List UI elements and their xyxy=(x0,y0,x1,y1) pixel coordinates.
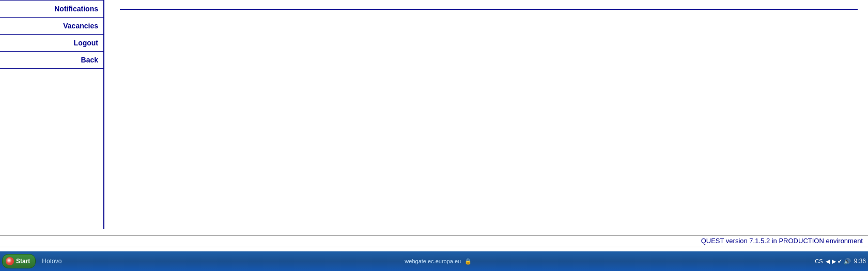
start-orb xyxy=(6,257,14,265)
nav-item-back[interactable]: Back xyxy=(0,52,103,69)
version-line: QUEST version 7.1.5.2 in PRODUCTION envi… xyxy=(0,235,868,246)
webgate-text: webgate.ec.europa.eu xyxy=(405,258,461,264)
tray-icons: ◀ ▶ ✔ 🔊 xyxy=(826,258,850,265)
taskbar-time: 9:36 xyxy=(854,258,866,265)
page-wrapper: NotificationsVacanciesLogoutBack QUEST v… xyxy=(0,0,868,271)
nav-item-logout[interactable]: Logout xyxy=(0,35,103,52)
start-label: Start xyxy=(16,258,30,265)
left-nav: NotificationsVacanciesLogoutBack xyxy=(0,0,104,229)
content-area xyxy=(104,0,868,229)
nav-item-notifications[interactable]: Notifications xyxy=(0,0,103,18)
version-text: QUEST version 7.1.5.2 in PRODUCTION envi… xyxy=(701,237,863,245)
main-area: NotificationsVacanciesLogoutBack xyxy=(0,0,868,229)
bottom-nav xyxy=(0,247,868,251)
footer-links-area xyxy=(0,229,868,234)
content-divider xyxy=(120,9,858,10)
start-button[interactable]: Start xyxy=(2,254,36,268)
nav-item-vacancies[interactable]: Vacancies xyxy=(0,18,103,35)
lock-icon: 🔒 xyxy=(464,258,472,265)
lang-indicator: CS xyxy=(815,258,823,264)
taskbar-right: CS ◀ ▶ ✔ 🔊 9:36 xyxy=(815,258,866,265)
taskbar: Start Hotovo webgate.ec.europa.eu 🔒 CS ◀… xyxy=(0,251,868,271)
hotovo-text: Hotovo xyxy=(39,258,61,265)
